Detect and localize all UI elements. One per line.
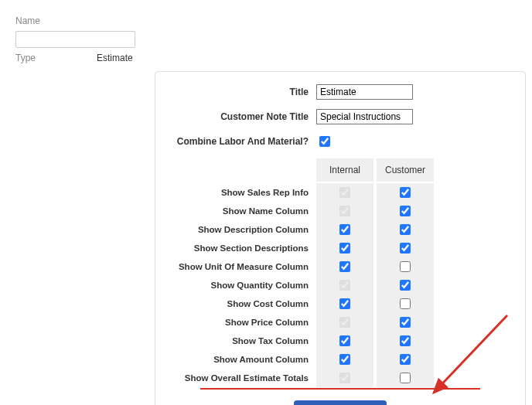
desc-col-customer-checkbox[interactable] xyxy=(400,224,411,235)
row-price-label: Show Price Column xyxy=(169,313,316,332)
section-desc-internal-checkbox[interactable] xyxy=(339,243,350,254)
title-input[interactable] xyxy=(316,84,413,100)
top-section: Name Type Estimate xyxy=(15,15,517,63)
row-cost-label: Show Cost Column xyxy=(169,294,316,313)
col-customer-header: Customer xyxy=(377,158,434,182)
tax-customer-checkbox[interactable] xyxy=(400,335,411,346)
name-input[interactable] xyxy=(15,31,135,48)
sales-rep-internal-checkbox xyxy=(339,187,350,198)
settings-panel: Title Customer Note Title Combine Labor … xyxy=(155,71,526,405)
amount-customer-checkbox[interactable] xyxy=(400,354,411,365)
combine-checkbox[interactable] xyxy=(319,136,330,147)
cost-customer-checkbox[interactable] xyxy=(400,298,411,309)
row-sales-rep-label: Show Sales Rep Info xyxy=(169,183,316,202)
row-name-col-label: Show Name Column xyxy=(169,202,316,220)
totals-internal-checkbox xyxy=(339,373,350,383)
row-amount-label: Show Amount Column xyxy=(169,350,316,369)
name-col-customer-checkbox[interactable] xyxy=(400,206,411,216)
amount-internal-checkbox[interactable] xyxy=(339,354,350,365)
row-tax-label: Show Tax Column xyxy=(169,332,316,350)
type-label: Type xyxy=(15,53,97,63)
row-uom-label: Show Unit Of Measure Column xyxy=(169,257,316,276)
uom-internal-checkbox[interactable] xyxy=(339,261,350,272)
totals-customer-checkbox[interactable] xyxy=(400,373,411,383)
col-internal-header: Internal xyxy=(316,158,373,182)
name-col-internal-checkbox xyxy=(339,206,350,216)
options-grid: Internal Customer Show Sales Rep Info Sh… xyxy=(169,158,511,387)
combine-label: Combine Labor And Material? xyxy=(169,136,316,147)
row-qty-label: Show Quantity Column xyxy=(169,276,316,294)
save-template-button[interactable]: Save template xyxy=(294,400,386,405)
type-value: Estimate xyxy=(97,53,133,63)
uom-customer-checkbox[interactable] xyxy=(400,261,411,272)
row-section-desc-label: Show Section Descriptions xyxy=(169,239,316,257)
name-label: Name xyxy=(15,15,97,26)
note-title-label: Customer Note Title xyxy=(169,111,316,122)
qty-customer-checkbox[interactable] xyxy=(400,280,411,291)
price-customer-checkbox[interactable] xyxy=(400,317,411,328)
highlight-underline xyxy=(200,388,480,390)
desc-col-internal-checkbox[interactable] xyxy=(339,224,350,235)
tax-internal-checkbox[interactable] xyxy=(339,335,350,346)
price-internal-checkbox xyxy=(339,317,350,328)
qty-internal-checkbox xyxy=(339,280,350,291)
row-totals-label: Show Overall Estimate Totals xyxy=(169,369,316,387)
row-desc-col-label: Show Description Column xyxy=(169,220,316,239)
sales-rep-customer-checkbox[interactable] xyxy=(400,187,411,198)
title-label: Title xyxy=(169,87,316,97)
section-desc-customer-checkbox[interactable] xyxy=(400,243,411,254)
cost-internal-checkbox[interactable] xyxy=(339,298,350,309)
note-title-input[interactable] xyxy=(316,109,413,124)
